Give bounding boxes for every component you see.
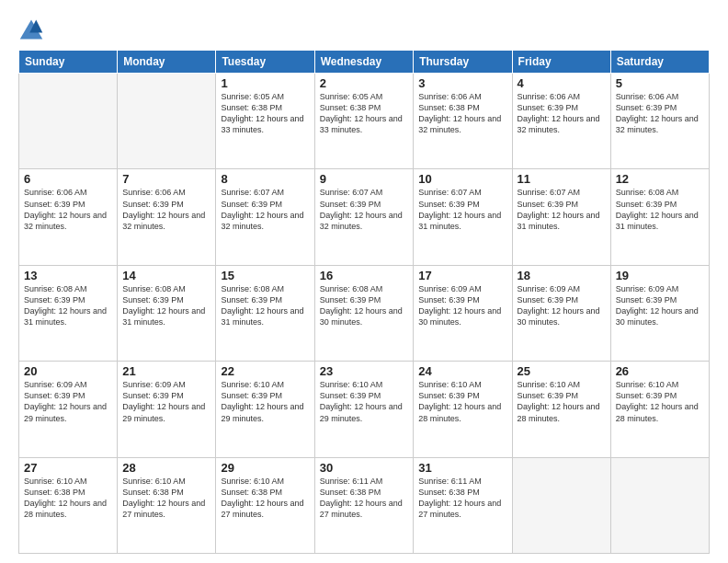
day-info: Sunrise: 6:07 AM Sunset: 6:39 PM Dayligh… [320, 187, 409, 232]
calendar-cell: 11Sunrise: 6:07 AM Sunset: 6:39 PM Dayli… [512, 169, 610, 265]
day-number: 7 [122, 172, 210, 186]
calendar-cell: 8Sunrise: 6:07 AM Sunset: 6:39 PM Daylig… [216, 169, 314, 265]
calendar-cell: 28Sunrise: 6:10 AM Sunset: 6:38 PM Dayli… [118, 457, 216, 553]
day-number: 5 [616, 76, 704, 90]
day-number: 21 [122, 364, 210, 378]
day-info: Sunrise: 6:09 AM Sunset: 6:39 PM Dayligh… [518, 283, 606, 328]
day-number: 19 [616, 269, 704, 282]
day-number: 31 [418, 461, 506, 475]
calendar-cell: 3Sunrise: 6:06 AM Sunset: 6:38 PM Daylig… [414, 74, 512, 169]
day-info: Sunrise: 6:06 AM Sunset: 6:39 PM Dayligh… [122, 187, 210, 232]
day-info: Sunrise: 6:07 AM Sunset: 6:39 PM Dayligh… [518, 187, 606, 232]
calendar-cell: 21Sunrise: 6:09 AM Sunset: 6:39 PM Dayli… [118, 362, 216, 457]
calendar-cell: 23Sunrise: 6:10 AM Sunset: 6:39 PM Dayli… [314, 362, 414, 457]
day-info: Sunrise: 6:08 AM Sunset: 6:39 PM Dayligh… [221, 283, 309, 328]
calendar-cell: 25Sunrise: 6:10 AM Sunset: 6:39 PM Dayli… [512, 362, 610, 457]
day-info: Sunrise: 6:06 AM Sunset: 6:39 PM Dayligh… [518, 91, 606, 136]
calendar-week-5: 27Sunrise: 6:10 AM Sunset: 6:38 PM Dayli… [19, 457, 710, 553]
day-info: Sunrise: 6:06 AM Sunset: 6:38 PM Dayligh… [418, 91, 506, 136]
day-info: Sunrise: 6:10 AM Sunset: 6:39 PM Dayligh… [518, 379, 606, 424]
day-info: Sunrise: 6:06 AM Sunset: 6:39 PM Dayligh… [616, 91, 704, 136]
calendar-cell: 9Sunrise: 6:07 AM Sunset: 6:39 PM Daylig… [314, 169, 414, 265]
day-info: Sunrise: 6:09 AM Sunset: 6:39 PM Dayligh… [616, 283, 704, 328]
calendar-week-2: 6Sunrise: 6:06 AM Sunset: 6:39 PM Daylig… [19, 169, 710, 265]
calendar-cell: 1Sunrise: 6:05 AM Sunset: 6:38 PM Daylig… [216, 74, 314, 169]
day-number: 27 [24, 461, 112, 475]
calendar-cell: 5Sunrise: 6:06 AM Sunset: 6:39 PM Daylig… [610, 74, 709, 169]
calendar-cell: 31Sunrise: 6:11 AM Sunset: 6:38 PM Dayli… [414, 457, 512, 553]
logo-icon [18, 17, 44, 42]
calendar-cell: 27Sunrise: 6:10 AM Sunset: 6:38 PM Dayli… [19, 457, 118, 553]
weekday-header-thursday: Thursday [414, 51, 512, 74]
day-info: Sunrise: 6:08 AM Sunset: 6:39 PM Dayligh… [24, 283, 112, 328]
day-info: Sunrise: 6:05 AM Sunset: 6:38 PM Dayligh… [221, 91, 309, 136]
calendar-cell [118, 74, 216, 169]
calendar-table: SundayMondayTuesdayWednesdayThursdayFrid… [18, 50, 710, 554]
logo [18, 17, 48, 42]
weekday-header-saturday: Saturday [610, 51, 709, 74]
day-number: 20 [24, 364, 112, 378]
day-number: 2 [320, 76, 409, 90]
day-number: 24 [418, 364, 506, 378]
day-info: Sunrise: 6:11 AM Sunset: 6:38 PM Dayligh… [320, 476, 409, 521]
day-number: 25 [518, 364, 606, 378]
day-number: 12 [616, 172, 704, 186]
day-number: 3 [418, 76, 506, 90]
day-number: 10 [418, 172, 506, 186]
calendar-cell: 12Sunrise: 6:08 AM Sunset: 6:39 PM Dayli… [610, 169, 709, 265]
header [18, 17, 710, 42]
calendar-week-1: 1Sunrise: 6:05 AM Sunset: 6:38 PM Daylig… [19, 74, 710, 169]
calendar-cell: 20Sunrise: 6:09 AM Sunset: 6:39 PM Dayli… [19, 362, 118, 457]
day-info: Sunrise: 6:09 AM Sunset: 6:39 PM Dayligh… [122, 379, 210, 424]
calendar-week-4: 20Sunrise: 6:09 AM Sunset: 6:39 PM Dayli… [19, 362, 710, 457]
day-info: Sunrise: 6:08 AM Sunset: 6:39 PM Dayligh… [616, 187, 704, 232]
calendar-cell: 15Sunrise: 6:08 AM Sunset: 6:39 PM Dayli… [216, 265, 314, 361]
weekday-header-wednesday: Wednesday [314, 51, 414, 74]
day-number: 23 [320, 364, 409, 378]
calendar-cell [610, 457, 709, 553]
day-info: Sunrise: 6:10 AM Sunset: 6:39 PM Dayligh… [221, 379, 309, 424]
calendar-cell: 14Sunrise: 6:08 AM Sunset: 6:39 PM Dayli… [118, 265, 216, 361]
day-number: 29 [221, 461, 309, 475]
day-number: 14 [122, 269, 210, 282]
day-number: 1 [221, 76, 309, 90]
day-number: 4 [518, 76, 606, 90]
calendar-cell [512, 457, 610, 553]
day-number: 26 [616, 364, 704, 378]
calendar-cell: 4Sunrise: 6:06 AM Sunset: 6:39 PM Daylig… [512, 74, 610, 169]
day-number: 13 [24, 269, 112, 282]
weekday-header-row: SundayMondayTuesdayWednesdayThursdayFrid… [19, 51, 710, 74]
calendar-cell: 26Sunrise: 6:10 AM Sunset: 6:39 PM Dayli… [610, 362, 709, 457]
weekday-header-tuesday: Tuesday [216, 51, 314, 74]
day-info: Sunrise: 6:09 AM Sunset: 6:39 PM Dayligh… [418, 283, 506, 328]
day-number: 30 [320, 461, 409, 475]
day-info: Sunrise: 6:05 AM Sunset: 6:38 PM Dayligh… [320, 91, 409, 136]
day-number: 18 [518, 269, 606, 282]
calendar-cell: 10Sunrise: 6:07 AM Sunset: 6:39 PM Dayli… [414, 169, 512, 265]
calendar-week-3: 13Sunrise: 6:08 AM Sunset: 6:39 PM Dayli… [19, 265, 710, 361]
day-info: Sunrise: 6:07 AM Sunset: 6:39 PM Dayligh… [221, 187, 309, 232]
day-info: Sunrise: 6:10 AM Sunset: 6:39 PM Dayligh… [616, 379, 704, 424]
calendar-cell: 29Sunrise: 6:10 AM Sunset: 6:38 PM Dayli… [216, 457, 314, 553]
calendar-cell: 6Sunrise: 6:06 AM Sunset: 6:39 PM Daylig… [19, 169, 118, 265]
weekday-header-monday: Monday [118, 51, 216, 74]
day-info: Sunrise: 6:07 AM Sunset: 6:39 PM Dayligh… [418, 187, 506, 232]
day-info: Sunrise: 6:10 AM Sunset: 6:38 PM Dayligh… [24, 476, 112, 521]
calendar-cell: 17Sunrise: 6:09 AM Sunset: 6:39 PM Dayli… [414, 265, 512, 361]
day-info: Sunrise: 6:10 AM Sunset: 6:39 PM Dayligh… [320, 379, 409, 424]
page: SundayMondayTuesdayWednesdayThursdayFrid… [0, 0, 728, 563]
weekday-header-friday: Friday [512, 51, 610, 74]
calendar-cell: 13Sunrise: 6:08 AM Sunset: 6:39 PM Dayli… [19, 265, 118, 361]
calendar-cell: 24Sunrise: 6:10 AM Sunset: 6:39 PM Dayli… [414, 362, 512, 457]
day-number: 9 [320, 172, 409, 186]
calendar-cell: 16Sunrise: 6:08 AM Sunset: 6:39 PM Dayli… [314, 265, 414, 361]
day-info: Sunrise: 6:10 AM Sunset: 6:38 PM Dayligh… [221, 476, 309, 521]
day-info: Sunrise: 6:08 AM Sunset: 6:39 PM Dayligh… [320, 283, 409, 328]
day-info: Sunrise: 6:10 AM Sunset: 6:38 PM Dayligh… [122, 476, 210, 521]
day-number: 28 [122, 461, 210, 475]
day-number: 22 [221, 364, 309, 378]
day-number: 17 [418, 269, 506, 282]
day-info: Sunrise: 6:11 AM Sunset: 6:38 PM Dayligh… [418, 476, 506, 521]
calendar-cell: 7Sunrise: 6:06 AM Sunset: 6:39 PM Daylig… [118, 169, 216, 265]
calendar-cell: 22Sunrise: 6:10 AM Sunset: 6:39 PM Dayli… [216, 362, 314, 457]
